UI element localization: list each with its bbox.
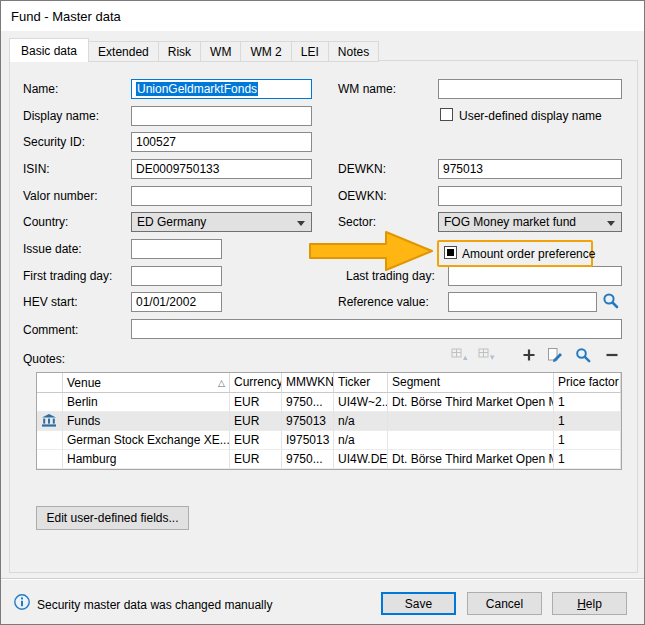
country-select[interactable]: ED Germany xyxy=(131,212,312,232)
cell-venue: Funds xyxy=(63,412,230,431)
tab-notes[interactable]: Notes xyxy=(328,41,379,62)
remove-quote-icon[interactable] xyxy=(605,348,623,365)
valor-number-input[interactable] xyxy=(131,186,312,206)
valor-number-label: Valor number: xyxy=(23,189,97,203)
table-row[interactable]: German Stock Exchange XE... EUR I975013 … xyxy=(37,431,621,450)
column-header-icon[interactable] xyxy=(37,373,63,393)
highlight-arrow-icon xyxy=(307,228,435,274)
first-trading-day-input[interactable] xyxy=(131,266,222,286)
cell-currency: EUR xyxy=(230,393,282,412)
reference-value-input[interactable] xyxy=(448,292,597,312)
row-icon-cell xyxy=(37,450,63,469)
row-icon-cell xyxy=(37,393,63,412)
cell-price-factor: 1 xyxy=(554,431,621,450)
tab-extended[interactable]: Extended xyxy=(88,41,159,62)
fund-master-data-dialog: Fund - Master data Basic data Extended R… xyxy=(0,0,645,625)
dewkn-label: DEWKN: xyxy=(338,162,386,176)
cell-mmwkn: 975013 xyxy=(282,412,334,431)
name-value-selected: UnionGeldmarktFonds xyxy=(136,82,258,96)
security-id-input[interactable] xyxy=(131,132,312,152)
cell-mmwkn: 9750... xyxy=(282,393,334,412)
sector-selected-value: FOG Money market fund xyxy=(444,215,576,229)
sector-label: Sector: xyxy=(338,215,376,229)
cell-venue: Berlin xyxy=(63,393,230,412)
table-row[interactable]: Berlin EUR 9750... UI4W~2... Dt. Börse T… xyxy=(37,393,621,412)
cell-currency: EUR xyxy=(230,450,282,469)
isin-input[interactable] xyxy=(131,159,312,179)
display-name-input[interactable] xyxy=(131,106,312,126)
help-button[interactable]: Help xyxy=(552,592,627,615)
copy-quotes-icon[interactable] xyxy=(451,347,469,364)
isin-label: ISIN: xyxy=(23,162,50,176)
cell-segment: Dt. Börse Third Market Open M... xyxy=(388,393,554,412)
window-title: Fund - Master data xyxy=(1,1,644,31)
status-message: Security master data was changed manuall… xyxy=(37,598,272,612)
sector-select[interactable]: FOG Money market fund xyxy=(438,212,622,232)
quotes-table: Venue △ Currency MMWKN Ticker Segment Pr… xyxy=(36,372,622,470)
tab-page-basic-data xyxy=(9,60,638,573)
issue-date-input[interactable] xyxy=(131,239,222,259)
reference-value-label: Reference value: xyxy=(338,295,429,309)
column-header-ticker[interactable]: Ticker xyxy=(334,373,388,393)
sort-ascending-icon: △ xyxy=(218,377,225,389)
cell-venue: Hamburg xyxy=(63,450,230,469)
amount-order-preference-checkbox[interactable] xyxy=(444,246,457,259)
table-row[interactable]: Funds EUR 975013 n/a 1 xyxy=(37,412,621,431)
cell-price-factor: 1 xyxy=(554,412,621,431)
column-header-segment[interactable]: Segment xyxy=(388,373,554,393)
oewkn-label: OEWKN: xyxy=(338,189,387,203)
search-quote-icon[interactable] xyxy=(575,347,593,364)
security-id-label: Security ID: xyxy=(23,135,85,149)
dewkn-input[interactable] xyxy=(438,159,622,179)
tab-lei[interactable]: LEI xyxy=(291,41,329,62)
hev-start-label: HEV start: xyxy=(23,295,78,309)
cell-currency: EUR xyxy=(230,431,282,450)
cell-price-factor: 1 xyxy=(554,450,621,469)
bank-icon xyxy=(42,414,62,427)
wm-name-label: WM name: xyxy=(338,82,396,96)
oewkn-input[interactable] xyxy=(438,186,622,206)
column-header-venue[interactable]: Venue △ xyxy=(63,373,230,393)
table-row[interactable]: Hamburg EUR 9750... UI4W.DE Dt. Börse Th… xyxy=(37,450,621,469)
cell-currency: EUR xyxy=(230,412,282,431)
display-name-label: Display name: xyxy=(23,109,99,123)
cell-ticker: UI4W.DE xyxy=(334,450,388,469)
comment-input[interactable] xyxy=(131,319,622,339)
column-header-currency[interactable]: Currency xyxy=(230,373,282,393)
user-defined-display-name-checkbox[interactable] xyxy=(440,108,453,121)
venue-column-label: Venue xyxy=(67,376,101,390)
tab-bar: Basic data Extended Risk WM WM 2 LEI Not… xyxy=(10,38,379,62)
row-icon-cell xyxy=(37,431,63,450)
tab-wm[interactable]: WM xyxy=(200,41,241,62)
quotes-table-header: Venue △ Currency MMWKN Ticker Segment Pr… xyxy=(37,373,621,393)
tab-wm2[interactable]: WM 2 xyxy=(240,41,291,62)
issue-date-label: Issue date: xyxy=(23,242,82,256)
country-label: Country: xyxy=(23,215,68,229)
cell-segment: Dt. Börse Third Market Open M... xyxy=(388,450,554,469)
inherit-quotes-icon[interactable] xyxy=(478,347,496,364)
cell-ticker: UI4W~2... xyxy=(334,393,388,412)
wm-name-input[interactable] xyxy=(438,79,622,99)
add-quote-icon[interactable] xyxy=(522,348,540,365)
comment-label: Comment: xyxy=(23,323,78,337)
edit-user-defined-fields-button[interactable]: Edit user-defined fields... xyxy=(36,506,189,530)
cell-mmwkn: I975013 xyxy=(282,431,334,450)
chevron-down-icon xyxy=(297,221,305,226)
name-label: Name: xyxy=(23,82,58,96)
last-trading-day-input[interactable] xyxy=(448,266,622,286)
hev-start-input[interactable] xyxy=(131,292,222,312)
reference-value-search-icon[interactable] xyxy=(602,292,620,309)
cell-segment xyxy=(388,431,554,450)
save-button[interactable]: Save xyxy=(381,592,456,615)
tab-risk[interactable]: Risk xyxy=(158,41,201,62)
cell-price-factor: 1 xyxy=(554,393,621,412)
checkbox-checked-mark xyxy=(447,249,454,256)
column-header-mmwkn[interactable]: MMWKN xyxy=(282,373,334,393)
cell-segment xyxy=(388,412,554,431)
cancel-button[interactable]: Cancel xyxy=(467,592,542,615)
cell-mmwkn: 9750... xyxy=(282,450,334,469)
name-input[interactable]: UnionGeldmarktFonds xyxy=(131,79,312,99)
column-header-price-factor[interactable]: Price factor xyxy=(554,373,621,393)
edit-quote-icon[interactable] xyxy=(547,347,565,364)
tab-basic-data[interactable]: Basic data xyxy=(9,38,89,62)
